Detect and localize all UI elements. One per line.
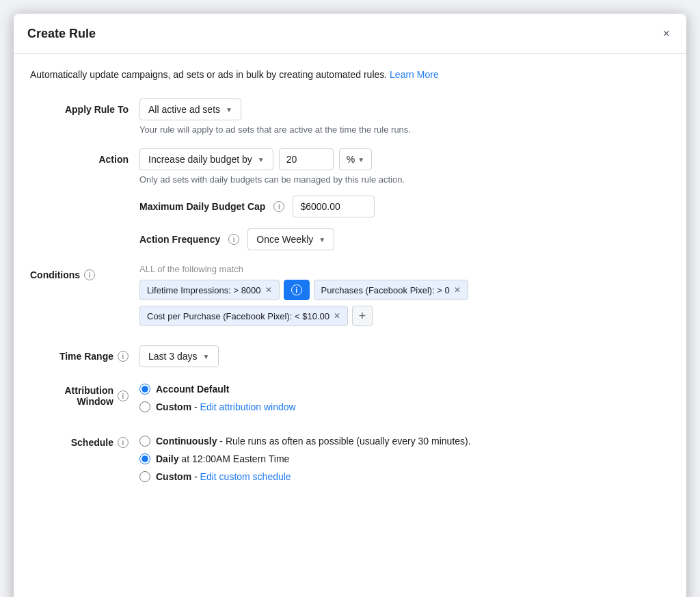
condition-tag-text: Cost per Purchase (Facebook Pixel): < $1… <box>147 311 329 321</box>
time-range-dropdown[interactable]: Last 3 days ▼ <box>139 345 219 367</box>
info-icon[interactable]: i <box>118 351 129 362</box>
info-icon: i <box>291 284 302 295</box>
budget-cap-label: Maximum Daily Budget Cap <box>139 201 265 212</box>
info-icon[interactable]: i <box>84 269 95 280</box>
condition-tag[interactable]: Purchases (Facebook Pixel): > 0 ✕ <box>314 280 468 300</box>
attribution-window-content: Account Default Custom - Edit attributio… <box>139 384 670 419</box>
budget-cap-row: Maximum Daily Budget Cap i <box>139 196 670 217</box>
chevron-down-icon: ▼ <box>358 156 364 163</box>
apply-rule-hint: Your rule will apply to ad sets that are… <box>139 124 670 135</box>
attribution-custom-label: Custom - Edit attribution window <box>156 401 296 412</box>
apply-rule-row: Apply Rule To All active ad sets ▼ Your … <box>30 98 670 135</box>
chevron-down-icon: ▼ <box>258 156 265 163</box>
add-condition-button[interactable]: + <box>352 306 373 326</box>
conditions-hint: ALL of the following match <box>139 264 670 274</box>
conditions-row: Conditions i ALL of the following match … <box>30 264 670 332</box>
chevron-down-icon: ▼ <box>226 106 232 114</box>
modal-body: Automatically update campaigns, ad sets … <box>14 54 686 597</box>
edit-attribution-link[interactable]: Edit attribution window <box>200 401 296 412</box>
conditions-content: ALL of the following match Lifetime Impr… <box>139 264 670 332</box>
intro-text: Automatically update campaigns, ad sets … <box>30 68 670 82</box>
action-controls: Increase daily budget by ▼ % ▼ <box>139 148 670 170</box>
condition-remove-icon[interactable]: ✕ <box>265 285 272 295</box>
attribution-window-label: Attribution Window i <box>30 381 139 407</box>
apply-rule-label: Apply Rule To <box>30 98 139 115</box>
action-label: Action <box>30 148 139 165</box>
action-frequency-dropdown[interactable]: Once Weekly ▼ <box>247 228 334 250</box>
attribution-window-row: Attribution Window i Account Default Cus… <box>30 381 670 419</box>
action-hint: Only ad sets with daily budgets can be m… <box>139 174 670 185</box>
schedule-label: Schedule i <box>30 433 139 448</box>
attribution-account-default: Account Default <box>139 384 670 395</box>
condition-tag-text: Lifetime Impressions: > 8000 <box>147 285 261 295</box>
time-range-content: Last 3 days ▼ <box>139 345 670 367</box>
action-type-dropdown[interactable]: Increase daily budget by ▼ <box>139 148 273 170</box>
schedule-daily-label: Daily at 12:00AM Eastern Time <box>156 453 289 464</box>
info-icon[interactable]: i <box>228 234 239 245</box>
action-frequency-label: Action Frequency <box>139 234 220 245</box>
action-amount-input[interactable] <box>279 148 334 170</box>
schedule-continuously-radio[interactable] <box>139 436 150 447</box>
condition-tag-info[interactable]: i <box>284 280 310 300</box>
condition-remove-icon[interactable]: ✕ <box>454 285 461 295</box>
chevron-down-icon: ▼ <box>319 236 325 243</box>
condition-tags-row2: Cost per Purchase (Facebook Pixel): < $1… <box>139 306 670 326</box>
attribution-account-default-radio[interactable] <box>139 384 150 395</box>
info-icon[interactable]: i <box>118 390 129 401</box>
schedule-custom-label: Custom - Edit custom schedule <box>156 471 291 482</box>
action-frequency-row: Action Frequency i Once Weekly ▼ <box>139 228 670 250</box>
modal-title: Create Rule <box>27 27 96 41</box>
condition-remove-icon[interactable]: ✕ <box>334 311 340 321</box>
action-content: Increase daily budget by ▼ % ▼ Only ad s… <box>139 148 670 250</box>
action-unit-dropdown[interactable]: % ▼ <box>339 148 372 170</box>
conditions-label: Conditions i <box>30 264 139 280</box>
schedule-custom: Custom - Edit custom schedule <box>139 471 670 482</box>
time-range-row: Time Range i Last 3 days ▼ <box>30 345 670 367</box>
close-button[interactable]: × <box>660 25 673 42</box>
time-range-label: Time Range i <box>30 345 139 362</box>
attribution-custom: Custom - Edit attribution window <box>139 401 670 412</box>
schedule-continuously-label: Continuously - Rule runs as often as pos… <box>156 436 471 447</box>
learn-more-link[interactable]: Learn More <box>390 69 439 80</box>
schedule-daily: Daily at 12:00AM Eastern Time <box>139 453 670 464</box>
condition-tags-container: Lifetime Impressions: > 8000 ✕ i Purchas… <box>139 280 670 300</box>
attribution-custom-radio[interactable] <box>139 401 150 412</box>
edit-custom-schedule-link[interactable]: Edit custom schedule <box>200 471 291 482</box>
condition-tag[interactable]: Cost per Purchase (Facebook Pixel): < $1… <box>139 306 348 326</box>
chevron-down-icon: ▼ <box>203 353 210 360</box>
schedule-row: Schedule i Continuously - Rule runs as o… <box>30 433 670 489</box>
budget-cap-input[interactable] <box>293 196 375 217</box>
schedule-continuously: Continuously - Rule runs as often as pos… <box>139 436 670 447</box>
action-row: Action Increase daily budget by ▼ % ▼ On… <box>30 148 670 250</box>
create-rule-modal: Create Rule × Automatically update campa… <box>14 14 686 597</box>
apply-rule-dropdown[interactable]: All active ad sets ▼ <box>139 98 241 120</box>
schedule-daily-radio[interactable] <box>139 453 150 464</box>
condition-tag[interactable]: Lifetime Impressions: > 8000 ✕ <box>139 280 280 300</box>
info-icon[interactable]: i <box>118 437 129 448</box>
attribution-account-default-label: Account Default <box>156 384 229 395</box>
schedule-content: Continuously - Rule runs as often as pos… <box>139 436 670 489</box>
info-icon[interactable]: i <box>273 201 284 212</box>
condition-tag-text: Purchases (Facebook Pixel): > 0 <box>321 285 450 295</box>
schedule-custom-radio[interactable] <box>139 471 150 482</box>
apply-rule-content: All active ad sets ▼ Your rule will appl… <box>139 98 670 135</box>
modal-header: Create Rule × <box>14 14 686 54</box>
